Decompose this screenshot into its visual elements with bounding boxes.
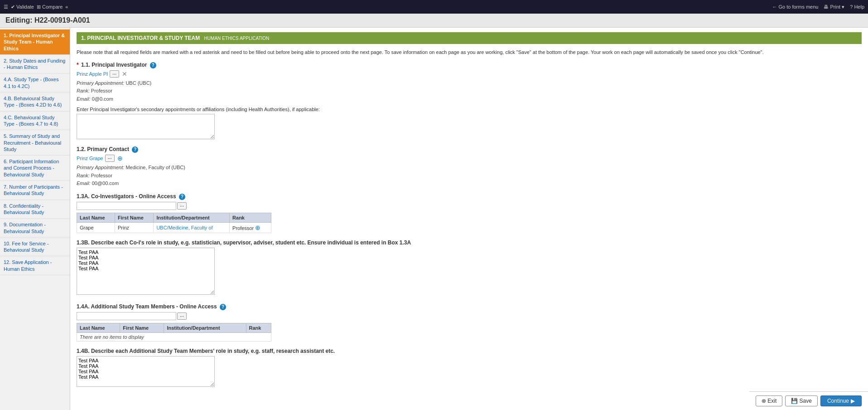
pi-primary-appt: UBC (UBC) bbox=[125, 80, 151, 86]
astm-search-row: ··· bbox=[77, 312, 862, 320]
sidebar-item-s7[interactable]: 7. Number of Participants - Behavioural … bbox=[0, 181, 70, 200]
pi-person-row: Prinz Apple PI ··· ✕ bbox=[77, 70, 862, 78]
pi-email-label: Email: bbox=[77, 96, 91, 102]
coi-col-lastname: Last Name bbox=[77, 213, 115, 223]
validate-button[interactable]: ✔ Validate bbox=[11, 4, 34, 10]
sidebar-item-s8[interactable]: 8. Confidentiality - Behavioural Study bbox=[0, 200, 70, 219]
astm-col-firstname: First Name bbox=[120, 323, 164, 333]
pi-email: 0@0.com bbox=[92, 96, 113, 102]
coi-label-text: 1.3A. Co-Investigators - Online Access bbox=[77, 193, 176, 200]
pc-primary-appt-label: Primary Appointment: bbox=[77, 165, 124, 170]
pc-search-button[interactable]: ··· bbox=[105, 155, 115, 162]
pc-primary-appt: Medicine, Faculty of (UBC) bbox=[125, 165, 185, 170]
astm-col-lastname: Last Name bbox=[77, 323, 120, 333]
section-header: 1. PRINCIPAL INVESTIGATOR & STUDY TEAM H… bbox=[77, 32, 862, 44]
pc-info-block: Primary Appointment: Medicine, Faculty o… bbox=[77, 164, 862, 188]
coi-roles-textarea[interactable]: Test PAA Test PAA Test PAA Test PAA bbox=[77, 248, 215, 295]
instructions: Please note that all required fields are… bbox=[77, 49, 862, 56]
pc-email: 00@00.com bbox=[92, 181, 119, 186]
sidebar-item-s4c[interactable]: 4.C. Behavioural Study Type - (Boxes 4.7… bbox=[0, 112, 70, 131]
coi-search-button[interactable]: ··· bbox=[177, 202, 187, 210]
section-subtitle: HUMAN ETHICS APPLICATION bbox=[204, 36, 270, 41]
table-row-empty: There are no items to display bbox=[77, 333, 271, 342]
sidebar-item-s6[interactable]: 6. Participant Information and Consent P… bbox=[0, 156, 70, 181]
sidebar-item-s5[interactable]: 5. Summary of Study and Recruitment - Be… bbox=[0, 130, 70, 156]
continue-label: Continue bbox=[827, 398, 849, 404]
pi-primary-appt-label: Primary Appointment: bbox=[77, 80, 124, 86]
astm-label: 1.4A. Additional Study Team Members - On… bbox=[77, 303, 862, 310]
sidebar-item-s2[interactable]: 2. Study Dates and Funding - Human Ethic… bbox=[0, 55, 70, 74]
coi-col-rank: Rank bbox=[230, 213, 271, 223]
continue-arrow-icon: ▶ bbox=[851, 398, 855, 404]
pc-rank-label: Rank: bbox=[77, 173, 90, 178]
coi-row1-institution: UBC/Medicine, Faculty of bbox=[154, 223, 230, 233]
pi-required-star: * bbox=[77, 62, 79, 68]
collapse-button[interactable]: « bbox=[65, 4, 68, 10]
sidebar-item-s1[interactable]: 1. Principal Investigator & Study Team -… bbox=[0, 29, 70, 55]
astm-roles-textarea[interactable]: Test PAA Test PAA Test PAA Test PAA bbox=[77, 356, 215, 387]
pc-add-button[interactable]: ⊕ bbox=[116, 155, 124, 162]
pi-secondary-label: Enter Principal Investigator's secondary… bbox=[77, 107, 862, 112]
sidebar-item-s4a[interactable]: 4.A. Study Type - (Boxes 4.1 to 4.2C) bbox=[0, 73, 70, 93]
sidebar-item-s10[interactable]: 10. Fee for Service - Behavioural Study bbox=[0, 238, 70, 257]
astm-roles-label: 1.4B. Describe each Additional Study Tea… bbox=[77, 348, 862, 354]
pc-help-icon[interactable]: ? bbox=[132, 146, 138, 153]
sidebar-item-s9[interactable]: 9. Documentation - Behavioural Study bbox=[0, 219, 70, 238]
menu-icon-button[interactable]: ☰ bbox=[4, 4, 8, 10]
coi-table: Last Name First Name Institution/Departm… bbox=[77, 213, 271, 233]
sidebar: 1. Principal Investigator & Study Team -… bbox=[0, 28, 70, 410]
coi-col-firstname: First Name bbox=[115, 213, 153, 223]
pc-label: 1.2. Primary Contact ? bbox=[77, 146, 862, 153]
table-row: Grape Prinz UBC/Medicine, Faculty of Pro… bbox=[77, 223, 271, 233]
pi-search-button[interactable]: ··· bbox=[110, 70, 119, 78]
astm-search-input[interactable] bbox=[77, 312, 176, 320]
sidebar-item-s12[interactable]: 12. Save Application - Human Ethics bbox=[0, 256, 70, 275]
coi-search-input[interactable] bbox=[77, 202, 176, 210]
save-icon: 💾 bbox=[791, 398, 798, 404]
coi-col-institution: Institution/Department bbox=[154, 213, 230, 223]
exit-button[interactable]: ⊗ Exit bbox=[756, 395, 782, 406]
section-title: 1. PRINCIPAL INVESTIGATOR & STUDY TEAM bbox=[81, 35, 200, 41]
top-bar: ☰ ✔ Validate ⊞ Compare « ← Go to forms m… bbox=[0, 0, 868, 14]
pi-info-block: Primary Appointment: UBC (UBC) Rank: Pro… bbox=[77, 79, 862, 103]
continue-button[interactable]: Continue ▶ bbox=[820, 395, 862, 406]
pc-email-label: Email: bbox=[77, 181, 91, 186]
main-content: 1. PRINCIPAL INVESTIGATOR & STUDY TEAM H… bbox=[70, 28, 868, 410]
pi-help-icon[interactable]: ? bbox=[150, 62, 156, 68]
top-bar-right: ← Go to forms menu 🖶 Print ▾ ? Help bbox=[772, 4, 864, 10]
footer-bar: ⊗ Exit 💾 Save Continue ▶ bbox=[749, 391, 868, 410]
astm-search-button[interactable]: ··· bbox=[177, 312, 187, 320]
coi-row1-lastname: Grape bbox=[77, 223, 115, 233]
pi-label: * 1.1. Principal Investigator ? bbox=[77, 62, 862, 68]
go-to-forms-menu-button[interactable]: ← Go to forms menu bbox=[772, 4, 818, 10]
pc-label-text: 1.2. Primary Contact bbox=[77, 146, 129, 152]
save-button[interactable]: 💾 Save bbox=[785, 395, 818, 406]
coi-help-icon[interactable]: ? bbox=[179, 194, 185, 200]
coi-row1-rank-value: Professor bbox=[232, 225, 254, 231]
pc-rank: Professor bbox=[91, 173, 112, 178]
astm-col-institution: Institution/Department bbox=[164, 323, 246, 333]
astm-table: Last Name First Name Institution/Departm… bbox=[77, 323, 271, 342]
astm-help-icon[interactable]: ? bbox=[220, 304, 226, 310]
pc-person-row: Prinz Grape ··· ⊕ bbox=[77, 155, 862, 162]
exit-icon: ⊗ bbox=[762, 398, 766, 404]
pi-secondary-textarea[interactable] bbox=[77, 114, 215, 139]
coi-roles-label: 1.3B. Describe each Co-I's role in study… bbox=[77, 239, 862, 246]
compare-button[interactable]: ⊞ Compare bbox=[37, 4, 63, 10]
page-title: Editing: H22-00919-A001 bbox=[5, 16, 90, 24]
pi-rank: Professor bbox=[91, 88, 112, 93]
coi-row1-institution-link[interactable]: UBC/Medicine, Faculty of bbox=[156, 225, 212, 230]
astm-label-text: 1.4A. Additional Study Team Members - On… bbox=[77, 303, 217, 310]
coi-label: 1.3A. Co-Investigators - Online Access ? bbox=[77, 193, 862, 200]
astm-no-items: There are no items to display bbox=[77, 333, 271, 342]
coi-row1-remove-button[interactable]: ⊕ bbox=[255, 224, 260, 231]
astm-col-rank: Rank bbox=[246, 323, 271, 333]
pc-name: Prinz Grape bbox=[77, 156, 103, 161]
pi-rank-label: Rank: bbox=[77, 88, 90, 93]
help-button[interactable]: ? Help bbox=[850, 4, 864, 10]
sidebar-item-s4b[interactable]: 4.B. Behavioural Study Type - (Boxes 4.2… bbox=[0, 93, 70, 112]
pi-clear-button[interactable]: ✕ bbox=[121, 70, 128, 78]
pi-label-text: 1.1. Principal Investigator bbox=[81, 62, 147, 68]
coi-search-row: ··· bbox=[77, 202, 862, 210]
print-button[interactable]: 🖶 Print ▾ bbox=[824, 4, 844, 10]
